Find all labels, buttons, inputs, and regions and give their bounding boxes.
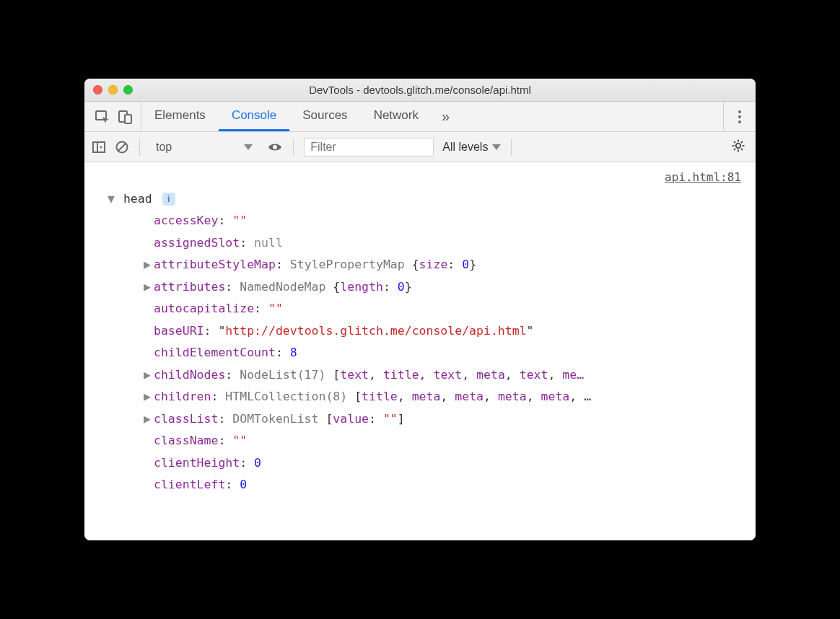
property-value-segment: , [484,390,498,403]
property-value-segment: : [369,412,383,426]
console-settings-icon[interactable] [728,139,748,156]
property-value-segment: HTMLCollection(8) [225,390,354,403]
disclosure-right-icon[interactable]: ▶ [144,364,154,387]
property-value-segment: value [333,412,369,426]
property-value-segment: , [527,390,541,403]
property-row[interactable]: ▶classList: DOMTokenList [value: ""] [144,408,745,431]
property-value-segment: title [383,368,419,382]
property-key: classList [154,412,218,426]
property-row[interactable]: ▶children: HTMLCollection(8) [title, met… [144,386,745,408]
property-value-segment: me… [562,368,584,382]
info-badge-icon[interactable]: i [162,193,175,206]
tab-console[interactable]: Console [219,102,289,131]
property-value-segment: } [469,258,476,271]
property-value-segment: StylePropertyMap [290,258,412,271]
window-title: DevTools - devtools.glitch.me/console/ap… [84,84,756,96]
tab-overflow[interactable]: » [432,102,460,131]
property-row[interactable]: clientHeight: 0 [144,452,745,475]
property-key: childNodes [154,368,225,382]
tab-sources[interactable]: Sources [289,102,360,131]
property-value-segment: : [383,280,398,294]
inspect-icon[interactable] [95,109,110,125]
property-row[interactable]: baseURI: "http://devtools.glitch.me/cons… [144,320,745,343]
property-key: children [154,390,211,403]
property-value-segment: [ [354,390,362,403]
property-row[interactable]: ▶attributeStyleMap: StylePropertyMap {si… [144,254,745,276]
property-row[interactable]: accessKey: "" [144,210,745,232]
titlebar: DevTools - devtools.glitch.me/console/ap… [84,79,756,102]
tabbar-right [723,102,756,131]
more-menu-icon[interactable] [734,106,745,128]
property-row[interactable]: assignedSlot: null [144,232,745,255]
svg-rect-3 [93,142,105,152]
panel-tabs: Elements Console Sources Network » [141,102,460,131]
property-value-segment: meta [476,368,505,382]
property-value-segment: 0 [462,258,469,271]
property-row[interactable]: childElementCount: 8 [144,342,745,364]
svg-line-15 [741,149,743,150]
console-output[interactable]: api.html:81 ▼ head i accessKey: ""assign… [84,162,756,540]
context-selector[interactable]: top [150,139,258,155]
disclosure-right-icon[interactable]: ▶ [144,254,154,276]
property-value-segment: " [218,324,225,338]
property-value-segment: , [419,368,434,382]
property-value-segment: "" [232,214,247,227]
property-key: assignedSlot [154,236,240,250]
property-key: autocapitalize [154,302,254,315]
property-value-segment: { [412,258,419,271]
disclosure-right-icon[interactable]: ▶ [144,386,154,408]
levels-label: All levels [442,141,488,154]
tab-network[interactable]: Network [361,102,432,131]
svg-line-14 [734,141,735,143]
filter-input[interactable] [304,138,434,157]
property-value-segment: meta [412,390,441,403]
property-value-segment: , [398,390,412,403]
log-levels-selector[interactable]: All levels [442,141,501,154]
property-key: clientHeight [154,456,240,470]
property-row[interactable]: ▶attributes: NamedNodeMap {length: 0} [144,276,745,299]
property-value-segment: 0 [240,478,247,491]
property-row[interactable]: autocapitalize: "" [144,298,745,320]
property-value-segment: { [333,280,340,294]
property-value-segment: DOMTokenList [232,412,325,426]
property-value-segment: text [340,368,369,382]
separator [511,139,512,156]
property-value-segment: [ [333,368,340,382]
property-value-segment: meta [498,390,527,403]
console-toolbar: top All levels [84,132,756,162]
property-value-segment: , … [569,390,591,403]
devtools-window: DevTools - devtools.glitch.me/console/ap… [84,79,756,540]
minimize-button[interactable] [108,85,118,95]
property-value-segment: text [520,368,548,382]
source-link[interactable]: api.html:81 [95,167,745,188]
disclosure-right-icon[interactable]: ▶ [144,408,154,431]
svg-marker-5 [100,146,102,149]
close-button[interactable] [93,85,102,95]
property-value-segment: null [254,236,283,250]
property-value-segment: 0 [254,456,261,470]
separator [293,139,294,156]
clear-console-icon[interactable] [115,140,129,154]
device-toggle-icon[interactable] [118,109,134,125]
property-value-segment: NodeList(17) [240,368,333,382]
property-value-segment: , [548,368,562,382]
property-value-segment: : [447,258,462,271]
tab-elements[interactable]: Elements [141,102,219,131]
property-value-segment: ] [398,412,405,426]
property-value-segment: , [462,368,476,382]
maximize-button[interactable] [123,85,133,95]
property-row[interactable]: ▶childNodes: NodeList(17) [text, title, … [144,364,745,387]
disclosure-down-icon[interactable]: ▼ [108,188,116,211]
property-value-segment: title [362,390,398,403]
live-expression-icon[interactable] [267,139,283,155]
disclosure-right-icon[interactable]: ▶ [144,276,154,299]
property-row[interactable]: className: "" [144,430,745,452]
object-root[interactable]: ▼ head i accessKey: ""assignedSlot: null… [95,188,745,496]
property-row[interactable]: clientLeft: 0 [144,474,745,496]
separator [139,139,140,156]
svg-line-7 [118,144,126,151]
show-console-sidebar-icon[interactable] [92,140,106,154]
traffic-lights [93,85,133,95]
property-value-segment: , [440,390,455,403]
property-key: baseURI [154,324,204,338]
